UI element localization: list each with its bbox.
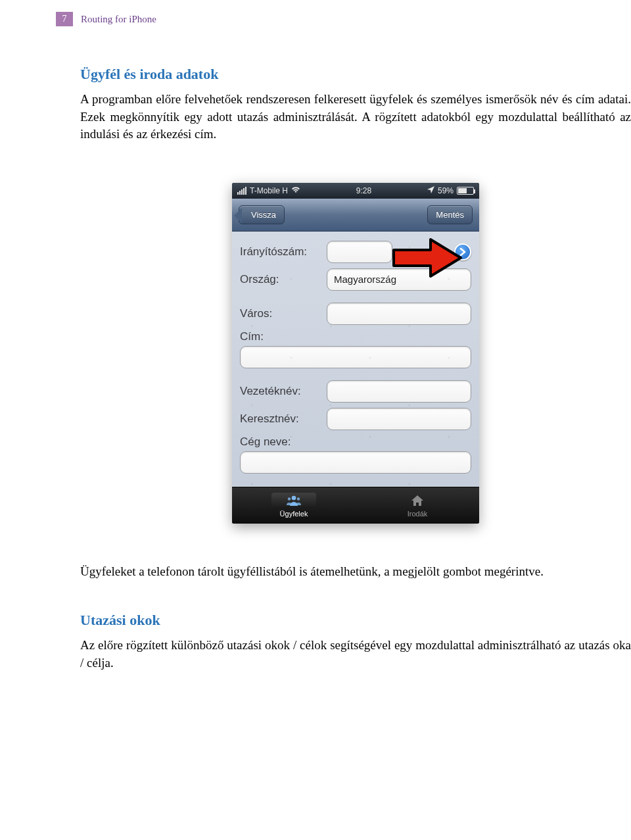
battery-percent: 59%: [438, 186, 454, 195]
section1-paragraph: A programban előre felvehetőek rendszere…: [80, 91, 631, 143]
status-bar: T-Mobile H 9:28 59%: [232, 183, 479, 199]
label-orszag: Ország:: [240, 273, 327, 286]
tab-ugyfelek-label: Ügyfelek: [280, 510, 308, 518]
section1-heading: Ügyfél és iroda adatok: [80, 66, 631, 83]
screenshot-container: T-Mobile H 9:28 59% Vissza Mentés: [80, 183, 631, 524]
disclosure-button[interactable]: [454, 243, 471, 260]
row-cim: Cím:: [240, 330, 471, 368]
iphone-screenshot: T-Mobile H 9:28 59% Vissza Mentés: [232, 183, 479, 524]
signal-bars-icon: [237, 187, 246, 195]
svg-point-2: [297, 498, 300, 501]
people-icon: [286, 500, 302, 508]
tab-irodak[interactable]: Irodák: [356, 487, 479, 524]
input-cegneve[interactable]: [240, 451, 471, 474]
svg-point-1: [288, 498, 291, 501]
carrier-label: T-Mobile H: [250, 186, 288, 195]
status-time: 9:28: [356, 186, 371, 195]
input-keresztnev[interactable]: [327, 408, 471, 430]
location-icon: [427, 186, 434, 195]
nav-bar: Vissza Mentés: [232, 199, 479, 232]
row-keresztnev: Keresztnév:: [240, 408, 471, 430]
status-right: 59%: [427, 186, 474, 195]
doc-title: Routing for iPhone: [81, 14, 156, 25]
form-area: Irányítószám: Ország: Magyarország: [232, 232, 479, 487]
label-cim: Cím:: [240, 330, 327, 343]
battery-icon: [457, 187, 474, 195]
document-content: Ügyfél és iroda adatok A programban előr…: [80, 66, 631, 678]
home-icon: [410, 500, 425, 508]
row-orszag: Ország: Magyarország: [240, 268, 471, 291]
label-vezeteknev: Vezetéknév:: [240, 385, 327, 398]
wifi-icon: [291, 186, 300, 195]
back-button[interactable]: Vissza: [239, 205, 285, 224]
label-keresztnev: Keresztnév:: [240, 412, 327, 426]
svg-point-0: [292, 496, 296, 501]
row-vezeteknev: Vezetéknév:: [240, 380, 471, 403]
row-cegneve: Cég neve:: [240, 435, 471, 474]
input-orszag[interactable]: Magyarország: [327, 268, 471, 291]
tab-irodak-label: Irodák: [408, 510, 428, 518]
label-varos: Város:: [240, 307, 327, 320]
tab-bar: Ügyfelek Irodák: [232, 487, 479, 524]
label-cegneve: Cég neve:: [240, 435, 327, 449]
label-iranyitoszam: Irányítószám:: [240, 245, 327, 259]
input-varos[interactable]: [327, 303, 471, 325]
page-header: 7 Routing for iPhone: [56, 12, 156, 26]
row-iranyitoszam: Irányítószám:: [240, 241, 471, 263]
status-left: T-Mobile H: [237, 186, 300, 195]
save-button[interactable]: Mentés: [427, 205, 473, 224]
row-varos: Város:: [240, 303, 471, 325]
input-vezeteknev[interactable]: [327, 380, 471, 403]
section3-paragraph: Az előre rögzített különböző utazási oko…: [80, 637, 631, 672]
tab-ugyfelek[interactable]: Ügyfelek: [232, 487, 356, 524]
input-iranyitoszam[interactable]: [327, 241, 392, 263]
section2-paragraph: Ügyfeleket a telefonon tárolt ügyféllist…: [80, 563, 631, 581]
section3-heading: Utazási okok: [80, 612, 631, 629]
page-number-badge: 7: [56, 12, 73, 26]
input-cim[interactable]: [240, 346, 471, 368]
